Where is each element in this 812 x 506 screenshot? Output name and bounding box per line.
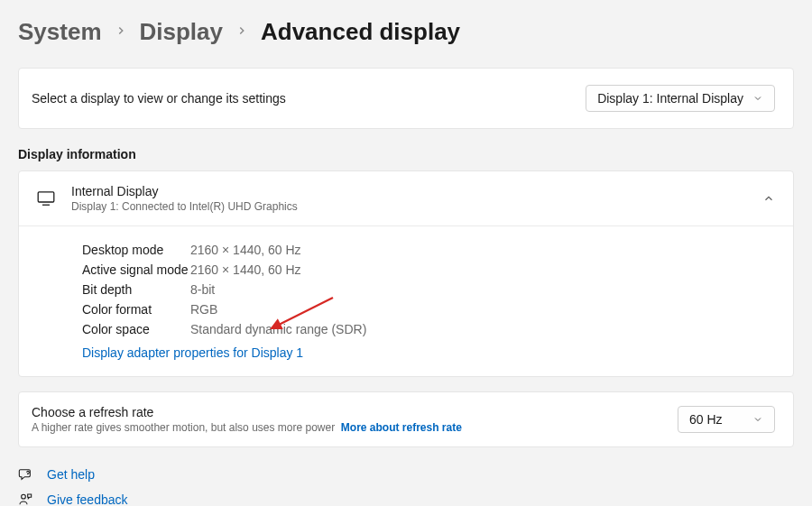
display-info-expander[interactable]: Internal Display Display 1: Connected to… (19, 171, 793, 226)
spec-label: Desktop mode (82, 243, 190, 257)
spec-value: Standard dynamic range (SDR) (190, 322, 366, 336)
refresh-rate-dropdown[interactable]: 60 Hz (678, 406, 775, 433)
spec-row: Bit depth 8-bit (82, 282, 775, 297)
give-feedback-label: Give feedback (47, 492, 128, 506)
display-information-header: Display information (18, 147, 794, 161)
give-feedback-link[interactable]: Give feedback (18, 492, 794, 506)
select-display-card: Select a display to view or change its s… (18, 68, 794, 129)
refresh-rate-title: Choose a refresh rate (32, 405, 462, 419)
svg-point-4 (22, 494, 26, 499)
display-adapter-properties-link[interactable]: Display adapter properties for Display 1 (82, 345, 303, 360)
chevron-right-icon (235, 24, 248, 40)
svg-rect-0 (38, 192, 54, 202)
chevron-down-icon (752, 93, 763, 104)
spec-label: Bit depth (82, 282, 190, 297)
chevron-up-icon (762, 192, 775, 205)
display-info-card: Internal Display Display 1: Connected to… (18, 170, 794, 377)
breadcrumb-display[interactable]: Display (140, 18, 224, 46)
refresh-rate-value: 60 Hz (689, 412, 723, 427)
spec-value: 2160 × 1440, 60 Hz (190, 243, 301, 257)
spec-row: Color format RGB (82, 302, 775, 317)
refresh-rate-card: Choose a refresh rate A higher rate give… (18, 391, 794, 447)
breadcrumb: System Display Advanced display (18, 18, 794, 46)
monitor-icon (37, 191, 55, 206)
breadcrumb-system[interactable]: System (18, 18, 102, 46)
footer-links: Get help Give feedback (18, 467, 794, 506)
get-help-link[interactable]: Get help (18, 467, 794, 482)
spec-value: 8-bit (190, 282, 215, 297)
get-help-label: Get help (47, 467, 95, 482)
chevron-right-icon (115, 24, 127, 40)
select-display-label: Select a display to view or change its s… (32, 91, 286, 106)
chevron-down-icon (752, 414, 763, 425)
refresh-rate-subtitle: A higher rate gives smoother motion, but… (32, 421, 462, 434)
help-icon (18, 467, 32, 482)
display-specs: Desktop mode 2160 × 1440, 60 Hz Active s… (19, 226, 793, 376)
display-selector-value: Display 1: Internal Display (597, 91, 743, 106)
spec-value: RGB (190, 302, 217, 317)
spec-value: 2160 × 1440, 60 Hz (190, 262, 301, 277)
display-info-title: Internal Display (71, 184, 298, 198)
spec-row: Active signal mode 2160 × 1440, 60 Hz (82, 262, 775, 277)
spec-row: Color space Standard dynamic range (SDR) (82, 322, 775, 336)
spec-label: Active signal mode (82, 262, 190, 277)
spec-label: Color format (82, 302, 190, 317)
spec-label: Color space (82, 322, 190, 336)
spec-row: Desktop mode 2160 × 1440, 60 Hz (82, 243, 775, 257)
feedback-icon (18, 492, 32, 506)
more-about-refresh-rate-link[interactable]: More about refresh rate (341, 421, 462, 434)
display-selector-dropdown[interactable]: Display 1: Internal Display (586, 85, 775, 112)
display-info-subtitle: Display 1: Connected to Intel(R) UHD Gra… (71, 200, 298, 213)
breadcrumb-current: Advanced display (261, 18, 460, 46)
